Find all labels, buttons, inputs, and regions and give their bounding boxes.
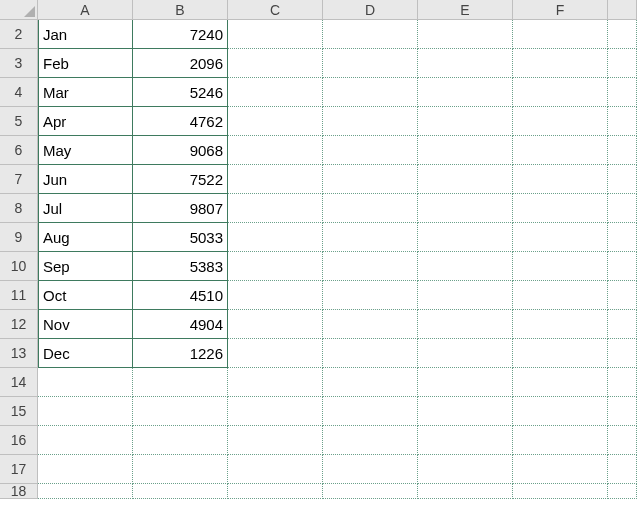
row-header[interactable]: 9 (0, 223, 38, 252)
cell[interactable] (228, 78, 323, 107)
cell[interactable] (513, 310, 608, 339)
cell[interactable] (418, 455, 513, 484)
cell[interactable] (418, 165, 513, 194)
cell[interactable] (513, 339, 608, 368)
cell[interactable]: 9068 (133, 136, 228, 165)
cell[interactable]: 2096 (133, 49, 228, 78)
cell[interactable] (38, 397, 133, 426)
cell[interactable]: Feb (38, 49, 133, 78)
cell[interactable] (608, 484, 637, 499)
cell[interactable]: 5246 (133, 78, 228, 107)
cell[interactable] (418, 484, 513, 499)
col-header-b[interactable]: B (133, 0, 228, 20)
cell[interactable] (228, 368, 323, 397)
cell[interactable]: Jun (38, 165, 133, 194)
col-header-partial[interactable] (608, 0, 637, 20)
cell[interactable] (418, 368, 513, 397)
cell[interactable]: Nov (38, 310, 133, 339)
cell[interactable] (418, 49, 513, 78)
cell[interactable] (133, 426, 228, 455)
col-header-d[interactable]: D (323, 0, 418, 20)
cell[interactable] (133, 397, 228, 426)
cell[interactable] (608, 252, 637, 281)
cell[interactable] (323, 223, 418, 252)
row-header[interactable]: 17 (0, 455, 38, 484)
cell[interactable] (608, 310, 637, 339)
cell[interactable] (323, 49, 418, 78)
cell[interactable] (228, 281, 323, 310)
cell[interactable] (38, 484, 133, 499)
cell[interactable] (608, 281, 637, 310)
cell[interactable]: 5033 (133, 223, 228, 252)
cell[interactable] (608, 339, 637, 368)
cell[interactable] (418, 20, 513, 49)
cell[interactable] (608, 165, 637, 194)
cell[interactable] (228, 223, 323, 252)
row-header[interactable]: 12 (0, 310, 38, 339)
col-header-e[interactable]: E (418, 0, 513, 20)
cell[interactable] (323, 78, 418, 107)
cell[interactable] (228, 165, 323, 194)
cell[interactable] (323, 136, 418, 165)
cell[interactable] (38, 368, 133, 397)
cell[interactable] (323, 339, 418, 368)
cell[interactable]: Jul (38, 194, 133, 223)
row-header[interactable]: 7 (0, 165, 38, 194)
cell[interactable] (418, 339, 513, 368)
col-header-a[interactable]: A (38, 0, 133, 20)
cell[interactable] (608, 136, 637, 165)
cell[interactable] (323, 281, 418, 310)
cell[interactable] (228, 397, 323, 426)
cell[interactable] (228, 49, 323, 78)
cell[interactable] (513, 281, 608, 310)
cell[interactable] (513, 397, 608, 426)
cell[interactable]: 4510 (133, 281, 228, 310)
cell[interactable]: Oct (38, 281, 133, 310)
cell[interactable] (323, 252, 418, 281)
cell[interactable] (228, 136, 323, 165)
cell[interactable] (513, 455, 608, 484)
cell[interactable] (513, 165, 608, 194)
cell[interactable] (323, 397, 418, 426)
cell[interactable] (418, 223, 513, 252)
cell[interactable] (323, 455, 418, 484)
cell[interactable] (228, 484, 323, 499)
cell[interactable] (513, 252, 608, 281)
cell[interactable]: 4904 (133, 310, 228, 339)
cell[interactable] (228, 310, 323, 339)
spreadsheet-grid[interactable]: A B C D E F 2 Jan 7240 3 Feb 2096 4 Mar … (0, 0, 637, 499)
row-header[interactable]: 13 (0, 339, 38, 368)
cell[interactable] (608, 78, 637, 107)
cell[interactable] (323, 310, 418, 339)
row-header[interactable]: 5 (0, 107, 38, 136)
cell[interactable] (323, 107, 418, 136)
cell[interactable]: 7522 (133, 165, 228, 194)
cell[interactable] (228, 252, 323, 281)
cell[interactable] (228, 455, 323, 484)
cell[interactable]: Dec (38, 339, 133, 368)
cell[interactable] (323, 165, 418, 194)
cell[interactable]: 9807 (133, 194, 228, 223)
cell[interactable] (323, 368, 418, 397)
cell[interactable] (418, 194, 513, 223)
cell[interactable] (513, 484, 608, 499)
col-header-c[interactable]: C (228, 0, 323, 20)
row-header[interactable]: 11 (0, 281, 38, 310)
cell[interactable]: 5383 (133, 252, 228, 281)
cell[interactable] (608, 455, 637, 484)
cell[interactable] (418, 310, 513, 339)
select-all-corner[interactable] (0, 0, 38, 20)
cell[interactable] (608, 397, 637, 426)
row-header[interactable]: 10 (0, 252, 38, 281)
cell[interactable] (608, 194, 637, 223)
row-header[interactable]: 4 (0, 78, 38, 107)
cell[interactable]: 4762 (133, 107, 228, 136)
cell[interactable] (323, 426, 418, 455)
cell[interactable] (228, 194, 323, 223)
cell[interactable]: Mar (38, 78, 133, 107)
row-header[interactable]: 8 (0, 194, 38, 223)
cell[interactable] (38, 426, 133, 455)
cell[interactable] (228, 20, 323, 49)
col-header-f[interactable]: F (513, 0, 608, 20)
cell[interactable]: 1226 (133, 339, 228, 368)
